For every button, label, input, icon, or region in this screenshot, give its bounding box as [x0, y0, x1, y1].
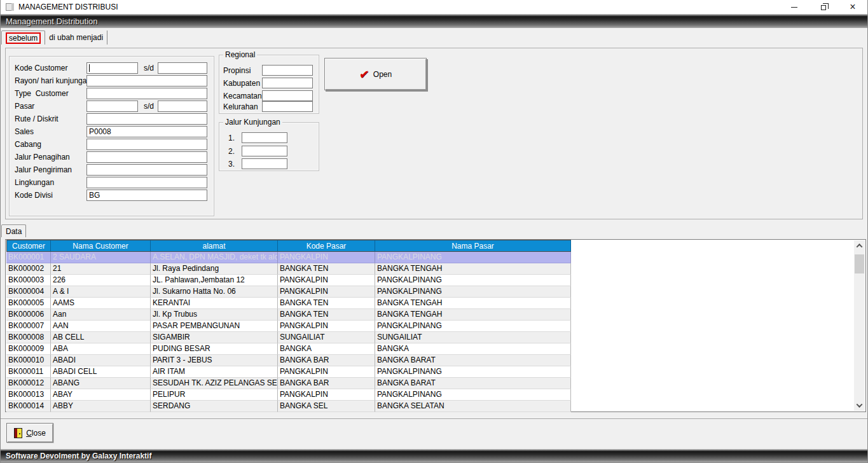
cell: A.SELAN, DPN MASJID, deket tk aloy	[151, 252, 278, 263]
pasar-input[interactable]	[86, 100, 138, 112]
tab-di-ubah-menjadi[interactable]: di ubah menjadi	[45, 31, 107, 45]
cell: BANGKA TENGAH	[375, 263, 571, 275]
cell: AAN	[51, 321, 151, 332]
jalur-3-input[interactable]	[242, 158, 287, 169]
tab-data[interactable]: Data	[1, 225, 26, 237]
cell: BK000009	[6, 343, 51, 355]
cell: BANGKA TEN	[278, 309, 375, 321]
table-row[interactable]: BK000007AANPASAR PEMBANGUNANPANGKALPINPA…	[6, 321, 571, 332]
close-icon: ×	[850, 2, 855, 12]
tab-sebelum-label: sebelum	[6, 32, 41, 44]
form-header-title: Management Distribution	[1, 17, 98, 26]
table-row[interactable]: BK000005AAMSKERANTAIBANGKA TENBANGKA TEN…	[6, 298, 571, 309]
field-label-rayon-hari-kunjungan: Rayon/ hari kunjungan	[15, 76, 91, 85]
cell: BANGKA BAR	[278, 378, 375, 389]
cell: KERANTAI	[151, 298, 278, 309]
table-row[interactable]: BK000008AB CELLSIGAMBIRSUNGAILIATSUNGAIL…	[6, 332, 571, 343]
cell: BANGKA SEL	[278, 401, 375, 412]
cell: Aan	[51, 309, 151, 321]
rayon-hari-kunjungan-input[interactable]	[86, 75, 207, 86]
cell: JL. Pahlawan,Jembatan 12	[151, 275, 278, 286]
cell: PELIPUR	[151, 389, 278, 401]
table-row[interactable]: BK00000221Jl. Raya PedindangBANGKA TENBA…	[6, 263, 571, 275]
jalur-penagihan-input[interactable]	[86, 151, 207, 163]
cell: BK000014	[6, 401, 51, 412]
jalur-kunjungan-group-title: Jalur Kunjungan	[223, 118, 282, 127]
type-customer-input[interactable]	[86, 88, 207, 99]
regional-label-kabupaten: Kabupaten	[223, 79, 260, 88]
regional-label-propinsi: Propinsi	[223, 66, 251, 75]
column-header-nama-customer[interactable]: Nama Customer	[51, 240, 151, 252]
cell: BK000002	[6, 263, 51, 275]
regional-label-kelurahan: Kelurahan	[223, 102, 258, 111]
jalur-label-1: 1.	[228, 134, 235, 142]
cell: BANGKA TEN	[278, 263, 375, 275]
table-row[interactable]: BK000011ABADI CELLAIR ITAMPANGKALPINPANG…	[6, 366, 571, 378]
lingkungan-input[interactable]	[86, 177, 207, 188]
close-button[interactable]: Close	[6, 423, 53, 443]
cell: A & I	[51, 286, 151, 298]
pasar-to-input[interactable]	[158, 100, 207, 112]
cell: ABBY	[51, 401, 151, 412]
kode-divisi-input[interactable]: BG	[86, 190, 207, 201]
cell: ABA	[51, 343, 151, 355]
sales-input[interactable]: P0008	[86, 126, 207, 137]
regional-group: Regional PropinsiKabupatenKecamatanKelur…	[219, 55, 319, 114]
cell: AIR ITAM	[151, 366, 278, 378]
title-bar: MANAGEMENT DISTRIBUSI ×	[1, 0, 867, 14]
column-header-alamat[interactable]: alamat	[151, 240, 278, 252]
jalur-2-input[interactable]	[242, 146, 287, 156]
kabupaten-input[interactable]	[262, 78, 313, 88]
tab-sebelum[interactable]: sebelum	[1, 31, 45, 45]
filter-fields-group: Kode Customers/dRayon/ hari kunjunganTyp…	[9, 56, 214, 216]
rute-diskrit-input[interactable]	[86, 113, 207, 125]
cell: BANGKA	[278, 343, 375, 355]
column-header-nama-pasar[interactable]: Nama Pasar	[375, 240, 571, 252]
table-row[interactable]: BK000004A & IJl. Sukarno Hatta No. 06PAN…	[6, 286, 571, 298]
cell: 2 SAUDARA	[51, 252, 151, 263]
cell: PANGKALPIN	[278, 366, 375, 378]
cell: PANGKALPIN	[278, 389, 375, 401]
table-row[interactable]: BK000012ABANGSESUDAH TK. AZIZ PELANGAS S…	[6, 378, 571, 389]
cabang-input[interactable]	[86, 139, 207, 150]
table-row[interactable]: BK0000012 SAUDARAA.SELAN, DPN MASJID, de…	[6, 252, 571, 263]
kode-customer-to-input[interactable]	[158, 62, 207, 74]
regional-group-title: Regional	[223, 50, 257, 59]
table-row[interactable]: BK000003226JL. Pahlawan,Jembatan 12PANGK…	[6, 275, 571, 286]
table-header-row: CustomerNama CustomeralamatKode PasarNam…	[6, 240, 571, 252]
field-label-jalur-penagihan: Jalur Penagihan	[15, 153, 70, 162]
text-caret	[89, 64, 90, 72]
minimize-button[interactable]	[780, 0, 809, 14]
tab-di-ubah-menjadi-label: di ubah menjadi	[49, 33, 103, 42]
restore-icon	[821, 5, 826, 10]
column-header-customer[interactable]: Customer	[6, 240, 51, 252]
scrollbar-thumb[interactable]	[855, 254, 864, 273]
status-bar: Software Devolment by Galaxy Interaktif	[1, 449, 867, 462]
table-row[interactable]: BK000013ABAYPELIPURPANGKALPINPANGKALPINA…	[6, 389, 571, 401]
cell: PANGKALPIN	[278, 252, 375, 263]
scroll-up-button[interactable]	[854, 240, 865, 251]
open-button-label: Open	[373, 70, 392, 79]
scroll-down-button[interactable]	[854, 400, 865, 411]
field-label-cabang: Cabang	[15, 140, 41, 149]
close-window-button[interactable]: ×	[838, 0, 867, 14]
cell: BK000001	[6, 252, 51, 263]
jalur-pengiriman-input[interactable]	[86, 164, 207, 176]
kode-customer-input[interactable]	[86, 62, 138, 74]
jalur-label-3: 3.	[228, 160, 235, 169]
table-row[interactable]: BK000014ABBYSERDANGBANGKA SELBANGKA SELA…	[6, 401, 571, 412]
table-row[interactable]: BK000009ABAPUDING BESARBANGKABANGKA	[6, 343, 571, 355]
table-row[interactable]: BK000006AanJl. Kp TrubusBANGKA TENBANGKA…	[6, 309, 571, 321]
regional-label-kecamatan: Kecamatan	[223, 92, 262, 100]
kelurahan-input[interactable]	[262, 101, 313, 112]
vertical-scrollbar[interactable]	[854, 240, 865, 411]
open-button[interactable]: ✔ Open	[324, 58, 427, 90]
restore-button[interactable]	[809, 0, 838, 14]
propinsi-input[interactable]	[262, 65, 313, 76]
footer-divider	[1, 418, 867, 420]
kecamatan-input[interactable]	[262, 90, 313, 101]
jalur-1-input[interactable]	[242, 132, 287, 143]
table-row[interactable]: BK000010ABADIPARIT 3 - JEBUSBANGKA BARBA…	[6, 355, 571, 366]
tab-data-label: Data	[6, 227, 22, 236]
column-header-kode-pasar[interactable]: Kode Pasar	[278, 240, 375, 252]
